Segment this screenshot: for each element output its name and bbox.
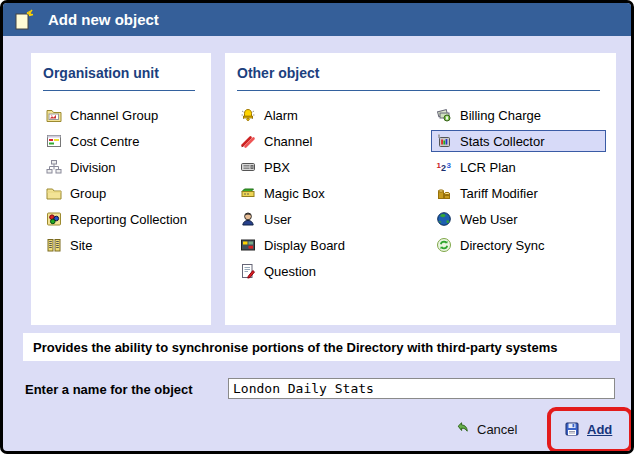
object-item-cost-centre[interactable]: Cost Centre: [41, 130, 201, 152]
directory-sync-icon: [436, 237, 452, 253]
billing-charge-icon: [436, 107, 452, 123]
object-item-magic-box[interactable]: Magic Box: [235, 182, 431, 204]
object-item-label: Group: [70, 186, 106, 201]
site-icon: [46, 237, 62, 253]
description-bar: Provides the ability to synchronise port…: [23, 333, 620, 361]
object-item-label: Alarm: [264, 108, 298, 123]
object-item-group[interactable]: Group: [41, 182, 201, 204]
object-item-label: Directory Sync: [460, 238, 545, 253]
other-object-column-1: Alarm Channel PBX Magic Box User: [235, 104, 431, 286]
other-object-heading: Other object: [235, 63, 606, 81]
object-item-tariff-modifier[interactable]: Tariff Modifier: [431, 182, 606, 204]
object-item-label: Magic Box: [264, 186, 325, 201]
object-item-label: LCR Plan: [460, 160, 516, 175]
object-item-division[interactable]: Division: [41, 156, 201, 178]
cancel-undo-icon: [454, 421, 470, 437]
other-object-column-2: Billing Charge Stats Collector 123 LCR P…: [431, 104, 606, 286]
object-item-web-user[interactable]: Web User: [431, 208, 606, 230]
object-item-label: Tariff Modifier: [460, 186, 538, 201]
display-board-icon: [240, 237, 256, 253]
object-item-label: Channel: [264, 134, 312, 149]
organisation-unit-list: Channel Group Cost Centre Division Group…: [41, 104, 201, 256]
reporting-collection-icon: [46, 211, 62, 227]
object-name-input[interactable]: [228, 378, 615, 399]
object-item-billing-charge[interactable]: Billing Charge: [431, 104, 606, 126]
lcr-plan-icon: 123: [436, 159, 452, 175]
object-item-display-board[interactable]: Display Board: [235, 234, 431, 256]
object-item-question[interactable]: Question: [235, 260, 431, 282]
heading-divider: [43, 90, 195, 91]
object-item-label: Billing Charge: [460, 108, 541, 123]
question-icon: [240, 263, 256, 279]
tariff-modifier-icon: [436, 185, 452, 201]
object-item-pbx[interactable]: PBX: [235, 156, 431, 178]
object-item-label: Question: [264, 264, 316, 279]
channel-group-icon: [46, 107, 62, 123]
description-text: Provides the ability to synchronise port…: [33, 340, 557, 355]
group-icon: [46, 185, 62, 201]
division-icon: [46, 159, 62, 175]
object-item-channel[interactable]: Channel: [235, 130, 431, 152]
object-item-label: Stats Collector: [460, 134, 545, 149]
object-item-label: Web User: [460, 212, 518, 227]
object-item-directory-sync[interactable]: Directory Sync: [431, 234, 606, 256]
object-item-label: Reporting Collection: [70, 212, 187, 227]
object-item-lcr-plan[interactable]: 123 LCR Plan: [431, 156, 606, 178]
organisation-unit-panel: Organisation unit Channel Group Cost Cen…: [31, 53, 211, 325]
object-item-channel-group[interactable]: Channel Group: [41, 104, 201, 126]
channel-icon: [240, 133, 256, 149]
cost-centre-icon: [46, 133, 62, 149]
stats-collector-icon: [436, 133, 452, 149]
user-icon: [240, 211, 256, 227]
object-item-stats-collector[interactable]: Stats Collector: [431, 130, 606, 152]
add-button[interactable]: Add: [564, 421, 612, 437]
object-item-label: Division: [70, 160, 116, 175]
other-object-list: Alarm Channel PBX Magic Box User: [235, 104, 606, 286]
add-new-object-dialog: Add new object Organisation unit Channel…: [0, 0, 634, 454]
svg-text:3: 3: [447, 161, 452, 170]
cancel-button-label: Cancel: [477, 422, 517, 437]
web-user-icon: [436, 211, 452, 227]
organisation-unit-heading: Organisation unit: [41, 63, 201, 81]
new-object-icon: [12, 8, 36, 32]
title-bar: Add new object: [3, 3, 631, 36]
save-floppy-icon: [564, 421, 580, 437]
object-item-reporting-collection[interactable]: Reporting Collection: [41, 208, 201, 230]
dialog-title: Add new object: [48, 11, 159, 28]
object-item-label: Display Board: [264, 238, 345, 253]
cancel-button[interactable]: Cancel: [454, 421, 517, 437]
object-item-alarm[interactable]: Alarm: [235, 104, 431, 126]
pbx-icon: [240, 159, 256, 175]
other-object-panel: Other object Alarm Channel PBX Magic: [225, 53, 616, 325]
object-name-label: Enter a name for the object: [25, 382, 193, 397]
object-item-user[interactable]: User: [235, 208, 431, 230]
svg-text:2: 2: [441, 163, 446, 173]
alarm-icon: [240, 107, 256, 123]
heading-divider: [237, 90, 600, 91]
object-item-site[interactable]: Site: [41, 234, 201, 256]
magic-box-icon: [240, 185, 256, 201]
object-item-label: Channel Group: [70, 108, 158, 123]
add-button-label: Add: [587, 422, 612, 437]
object-item-label: Site: [70, 238, 92, 253]
object-item-label: User: [264, 212, 291, 227]
object-item-label: PBX: [264, 160, 290, 175]
object-item-label: Cost Centre: [70, 134, 139, 149]
